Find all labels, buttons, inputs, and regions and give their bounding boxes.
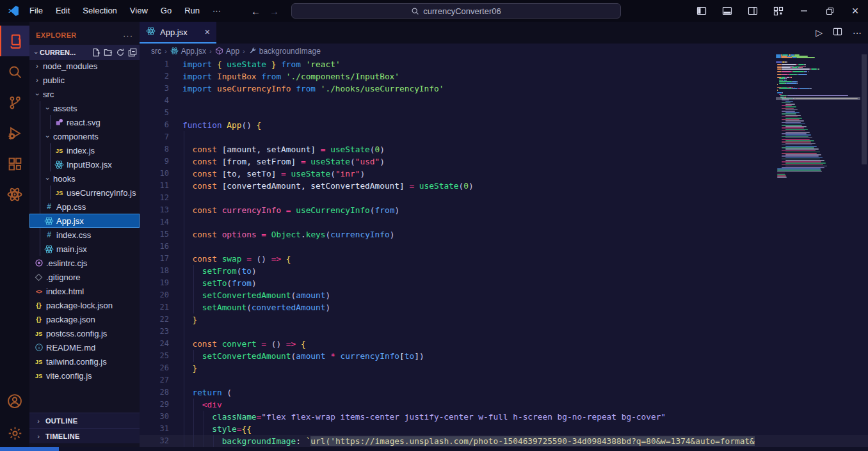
minimap[interactable] [776, 54, 860, 181]
code-line-17[interactable]: 17 const swap = () => { [140, 253, 868, 265]
tree-item-node-modules[interactable]: ›node_modules [29, 59, 140, 73]
code-line-6[interactable]: 6function App() { [140, 119, 868, 131]
toggle-primary-sidebar-icon[interactable] [689, 0, 714, 22]
menu-item-edit[interactable]: Edit [49, 4, 76, 18]
tree-item-postcss-config-js[interactable]: JSpostcss.config.js [29, 326, 140, 340]
tree-item-index-html[interactable]: <>index.html [29, 284, 140, 298]
minimize-button[interactable] [791, 0, 817, 22]
tab-app-jsx[interactable]: App.jsx × [140, 22, 216, 44]
tab-close-icon[interactable]: × [205, 27, 210, 37]
code-line-14[interactable]: 14 [140, 216, 868, 228]
code-line-22[interactable]: 22 } [140, 313, 868, 326]
menu-item-[interactable]: ··· [206, 4, 227, 18]
code-line-8[interactable]: 8 const [amount, setAmount] = useState(0… [140, 143, 868, 155]
tree-item-hooks[interactable]: ›hooks [29, 171, 140, 186]
tree-item-index-js[interactable]: JSindex.js [29, 143, 140, 157]
code-line-31[interactable]: 31 style={{ [140, 423, 868, 435]
tree-item-src[interactable]: ›src [29, 87, 140, 101]
tree-item-assets[interactable]: ›assets [29, 101, 140, 115]
code-line-29[interactable]: 29 <div [140, 399, 868, 411]
code-line-30[interactable]: 30 className="flex flex-wrap items-cente… [140, 411, 868, 423]
explorer-section-header[interactable]: › CURREN... [29, 45, 140, 60]
activity-run-debug-icon[interactable] [0, 118, 29, 148]
tree-item-public[interactable]: ›public [29, 73, 140, 87]
toggle-panel-icon[interactable] [714, 0, 740, 22]
code-line-1[interactable]: 1import { useState } from 'react' [140, 58, 868, 70]
breadcrumb-appjsx[interactable]: App.jsx [170, 47, 206, 56]
code-line-32[interactable]: 32 backgroundImage: `url('https://images… [140, 435, 868, 447]
code-line-25[interactable]: 25 setConvertedAmount(amount * currencyI… [140, 350, 868, 362]
toggle-secondary-sidebar-icon[interactable] [740, 0, 766, 22]
activity-settings-icon[interactable] [0, 418, 29, 448]
code-line-11[interactable]: 11 const [convertedAmount, setConvertedA… [140, 180, 868, 192]
collapse-all-icon[interactable] [128, 48, 137, 57]
customize-layout-icon[interactable] [766, 0, 791, 22]
restore-button[interactable] [817, 0, 842, 22]
menu-item-go[interactable]: Go [154, 4, 178, 18]
breadcrumb-app[interactable]: App [215, 47, 239, 56]
split-editor-icon[interactable] [833, 27, 842, 38]
tree-item-components[interactable]: ›components [29, 129, 140, 143]
code-line-28[interactable]: 28 return ( [140, 386, 868, 399]
code-line-5[interactable]: 5 [140, 107, 868, 119]
tree-item-index-css[interactable]: #index.css [29, 228, 140, 242]
code-line-15[interactable]: 15 const options = Object.keys(currencyI… [140, 228, 868, 241]
code-line-19[interactable]: 19 setTo(from) [140, 277, 868, 289]
tree-item-package-json[interactable]: {}package.json [29, 312, 140, 326]
panel-timeline[interactable]: ›TIMELINE [29, 428, 140, 443]
activity-source-control-icon[interactable] [0, 87, 29, 118]
tree-item-app-jsx[interactable]: App.jsx [29, 214, 140, 228]
tree-item-main-jsx[interactable]: main.jsx [29, 242, 140, 256]
activity-react-devtools-icon[interactable] [0, 179, 29, 210]
code-line-24[interactable]: 24 const convert = () => { [140, 338, 868, 350]
code-line-7[interactable]: 7 [140, 131, 868, 143]
code-line-4[interactable]: 4 [140, 95, 868, 107]
close-window-button[interactable]: × [842, 0, 868, 22]
code-line-12[interactable]: 12 [140, 192, 868, 204]
explorer-more-actions-icon[interactable]: ··· [123, 31, 133, 40]
code-line-27[interactable]: 27 [140, 374, 868, 386]
code-line-13[interactable]: 13 const currencyInfo = useCurrencyInfo(… [140, 204, 868, 216]
activity-extensions-icon[interactable] [0, 148, 29, 179]
activity-accounts-icon[interactable] [0, 386, 29, 416]
editor-more-actions-icon[interactable]: ··· [853, 28, 862, 38]
tree-item-tailwind-config-js[interactable]: JStailwind.config.js [29, 354, 140, 368]
code-line-23[interactable]: 23 [140, 326, 868, 338]
remote-indicator[interactable] [0, 447, 59, 451]
tree-item-usecurrencyinfo-js[interactable]: JSuseCurrencyInfo.js [29, 186, 140, 200]
new-folder-icon[interactable] [104, 48, 113, 57]
nav-back-icon[interactable]: ← [251, 6, 261, 17]
menu-item-selection[interactable]: Selection [76, 4, 123, 18]
tree-item-readme-md[interactable]: README.md [29, 340, 140, 354]
editor-scrollbar[interactable] [862, 54, 867, 164]
code-line-16[interactable]: 16 [140, 241, 868, 253]
menu-item-run[interactable]: Run [178, 4, 206, 18]
tree-item-inputbox-jsx[interactable]: InputBox.jsx [29, 157, 140, 171]
run-code-icon[interactable]: ▷ [816, 28, 823, 38]
tree-item-react-svg[interactable]: react.svg [29, 115, 140, 129]
nav-forward-icon[interactable]: → [269, 6, 279, 17]
tree-item-app-css[interactable]: #App.css [29, 200, 140, 214]
lightbulb-icon[interactable] [172, 436, 181, 446]
breadcrumb-backgroundimage[interactable]: backgroundImage [248, 47, 321, 56]
panel-outline[interactable]: ›OUTLINE [29, 413, 140, 428]
activity-explorer-icon[interactable] [0, 26, 29, 56]
code-line-10[interactable]: 10 const [to, setTo] = useState("inr") [140, 168, 868, 180]
code-line-18[interactable]: 18 setFrom(to) [140, 265, 868, 277]
menu-item-view[interactable]: View [124, 4, 154, 18]
code-line-9[interactable]: 9 const [from, setFrom] = useState("usd"… [140, 155, 868, 168]
code-line-20[interactable]: 20 setConvertedAmount(amount) [140, 289, 868, 301]
tree-item-package-lock-json[interactable]: {}package-lock.json [29, 298, 140, 312]
activity-search-icon[interactable] [0, 56, 29, 87]
code-editor[interactable]: 1import { useState } from 'react'2import… [140, 58, 868, 447]
command-center[interactable]: currencyConverter06 [291, 3, 621, 19]
code-line-2[interactable]: 2import InputBox from './components/Inpu… [140, 70, 868, 83]
tree-item--eslintrc-cjs[interactable]: .eslintrc.cjs [29, 256, 140, 270]
code-line-26[interactable]: 26 } [140, 362, 868, 374]
breadcrumb-src[interactable]: src [151, 47, 161, 56]
code-line-21[interactable]: 21 setAmount(convertedAmount) [140, 301, 868, 313]
tree-item--gitignore[interactable]: .gitignore [29, 270, 140, 284]
tree-item-vite-config-js[interactable]: JSvite.config.js [29, 368, 140, 383]
new-file-icon[interactable] [92, 48, 100, 57]
code-line-3[interactable]: 3import useCurrencyInfo from './hooks/us… [140, 83, 868, 95]
